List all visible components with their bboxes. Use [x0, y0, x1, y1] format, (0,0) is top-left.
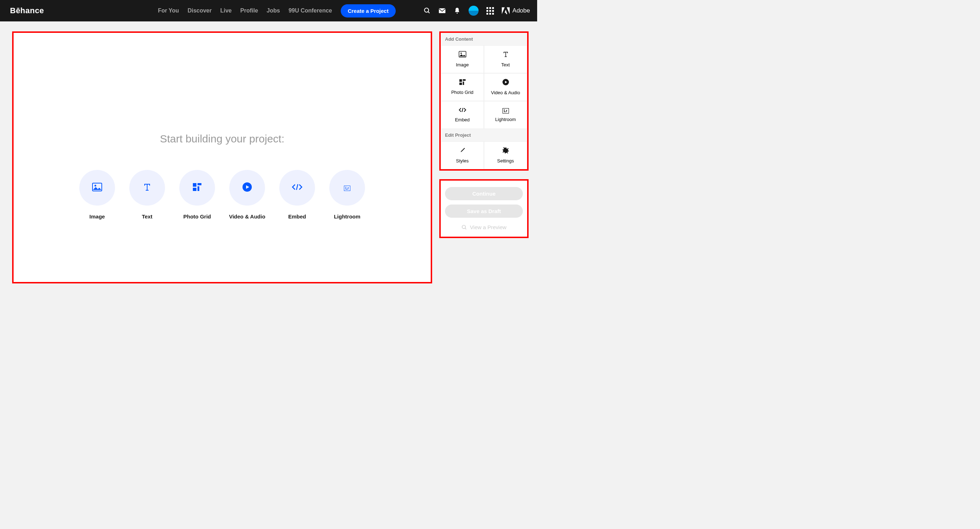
- add-content-header: Add Content: [441, 33, 527, 45]
- canvas-tool-text[interactable]: Text: [129, 170, 165, 219]
- brush-icon: [459, 147, 466, 154]
- svg-rect-8: [197, 186, 199, 191]
- lightroom-icon: Lr: [344, 184, 350, 191]
- adobe-label: Adobe: [512, 7, 530, 14]
- svg-rect-14: [459, 79, 462, 82]
- svg-line-22: [465, 228, 466, 229]
- svg-point-21: [462, 225, 465, 229]
- mail-icon[interactable]: [439, 7, 446, 14]
- search-icon: [461, 224, 467, 230]
- sidebar-cell-label: Settings: [497, 158, 514, 164]
- sidebar-cell-label: Photo Grid: [451, 90, 473, 95]
- svg-rect-2: [439, 8, 445, 13]
- svg-rect-16: [463, 82, 464, 85]
- sidebar-cell-label: Image: [456, 62, 469, 67]
- avatar[interactable]: [469, 6, 479, 16]
- nav-for-you[interactable]: For You: [158, 8, 179, 14]
- svg-rect-17: [459, 83, 462, 85]
- sidebar-column: Add Content Image Text Photo Grid Video …: [439, 32, 528, 283]
- canvas-tool-video-audio[interactable]: Video & Audio: [229, 170, 265, 219]
- sidebar-settings[interactable]: Settings: [484, 141, 527, 169]
- main-header: Bēhance For You Discover Live Profile Jo…: [0, 0, 537, 21]
- action-panel: Continue Save as Draft View a Preview: [439, 179, 528, 238]
- nav-99u[interactable]: 99U Conference: [289, 8, 332, 14]
- sidebar-video-audio[interactable]: Video & Audio: [484, 73, 527, 101]
- play-icon: [503, 79, 509, 86]
- photo-grid-icon: [193, 183, 201, 192]
- sidebar-embed[interactable]: Embed: [441, 101, 484, 129]
- image-icon: [92, 183, 102, 193]
- svg-point-13: [460, 52, 462, 54]
- save-draft-button[interactable]: Save as Draft: [445, 205, 523, 218]
- nav-live[interactable]: Live: [220, 8, 232, 14]
- sidebar-cell-label: Styles: [456, 158, 469, 164]
- nav-discover[interactable]: Discover: [188, 8, 212, 14]
- code-icon: [458, 108, 466, 113]
- sidebar-styles[interactable]: Styles: [441, 141, 484, 169]
- sidebar-text[interactable]: Text: [484, 45, 527, 73]
- svg-rect-9: [193, 188, 196, 191]
- nav-profile[interactable]: Profile: [240, 8, 258, 14]
- nav-jobs[interactable]: Jobs: [267, 8, 280, 14]
- sidebar-cell-label: Video & Audio: [491, 90, 520, 95]
- apps-grid-icon[interactable]: [487, 7, 494, 14]
- sidebar-image[interactable]: Image: [441, 45, 484, 73]
- continue-button[interactable]: Continue: [445, 187, 523, 200]
- sidebar-cell-label: Embed: [455, 117, 469, 122]
- svg-point-0: [424, 8, 429, 13]
- text-icon: [143, 183, 151, 193]
- sidebar-lightroom[interactable]: Lr Lightroom: [484, 101, 527, 129]
- behance-logo[interactable]: Bēhance: [10, 6, 44, 15]
- canvas-tool-embed[interactable]: Embed: [279, 170, 315, 219]
- gear-icon: [503, 147, 509, 154]
- sidebar-cell-label: Text: [501, 62, 510, 67]
- sidebar-photo-grid[interactable]: Photo Grid: [441, 73, 484, 101]
- main-nav: For You Discover Live Profile Jobs 99U C…: [58, 4, 396, 17]
- adobe-logo[interactable]: Adobe: [502, 7, 530, 14]
- svg-rect-6: [193, 183, 196, 187]
- create-project-button[interactable]: Create a Project: [341, 4, 396, 17]
- canvas-tool-label: Image: [89, 213, 105, 219]
- canvas-tool-label: Photo Grid: [183, 213, 211, 219]
- play-icon: [242, 183, 252, 193]
- view-preview-link[interactable]: View a Preview: [461, 224, 506, 230]
- svg-point-3: [457, 13, 458, 14]
- svg-point-5: [95, 185, 96, 187]
- image-icon: [458, 51, 466, 59]
- svg-line-1: [428, 12, 429, 13]
- svg-line-19: [462, 108, 463, 112]
- canvas-tool-image[interactable]: Image: [79, 170, 115, 219]
- canvas-title: Start building your project:: [160, 133, 285, 145]
- lightroom-icon: Lr: [503, 108, 509, 113]
- canvas-tool-row: Image Text Photo Grid Video & Audio Embe…: [79, 170, 365, 219]
- code-icon: [292, 183, 302, 192]
- bell-icon[interactable]: [453, 7, 461, 14]
- svg-line-11: [296, 184, 298, 190]
- canvas-tool-lightroom[interactable]: Lr Lightroom: [329, 170, 365, 219]
- add-edit-panel: Add Content Image Text Photo Grid Video …: [439, 32, 528, 171]
- add-content-grid: Image Text Photo Grid Video & Audio Embe…: [441, 45, 527, 129]
- svg-rect-7: [197, 183, 201, 185]
- sidebar-cell-label: Lightroom: [495, 117, 516, 122]
- canvas-tool-label: Video & Audio: [229, 213, 266, 219]
- header-right: Adobe: [423, 6, 530, 16]
- text-icon: [503, 51, 509, 59]
- svg-rect-15: [463, 79, 465, 81]
- canvas-tool-label: Lightroom: [334, 213, 360, 219]
- canvas-tool-label: Text: [142, 213, 153, 219]
- edit-project-grid: Styles Settings: [441, 141, 527, 169]
- canvas-tool-label: Embed: [288, 213, 306, 219]
- preview-label: View a Preview: [470, 224, 506, 230]
- canvas-tool-photo-grid[interactable]: Photo Grid: [179, 170, 215, 219]
- photo-grid-icon: [459, 79, 466, 86]
- editor-canvas: Start building your project: Image Text …: [12, 32, 432, 283]
- search-icon[interactable]: [423, 7, 431, 14]
- content-area: Start building your project: Image Text …: [0, 21, 537, 283]
- edit-project-header: Edit Project: [441, 129, 527, 141]
